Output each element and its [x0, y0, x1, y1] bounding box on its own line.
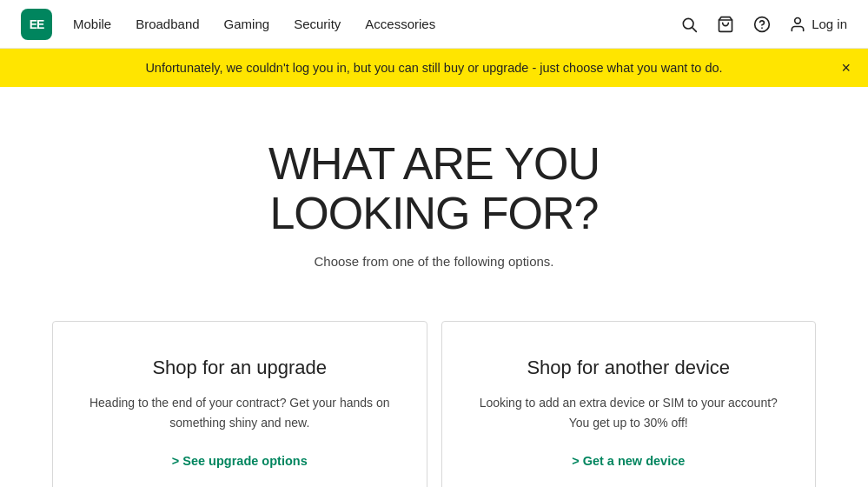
svg-line-1	[692, 28, 696, 31]
banner-message: Unfortunately, we couldn't log you in, b…	[145, 61, 722, 75]
upgrade-card: Shop for an upgrade Heading to the end o…	[52, 321, 427, 487]
logo-text: EE	[30, 17, 44, 31]
help-icon[interactable]	[752, 15, 772, 34]
svg-point-5	[795, 17, 801, 23]
svg-point-0	[683, 18, 693, 29]
nav-link-mobile[interactable]: Mobile	[73, 17, 111, 31]
nav-actions: Log in	[679, 15, 847, 34]
nav-link-gaming[interactable]: Gaming	[224, 17, 270, 31]
nav-links: Mobile Broadband Gaming Security Accesso…	[73, 17, 679, 31]
bag-icon[interactable]	[716, 15, 735, 34]
hero-section: WHAT ARE YOULOOKING FOR? Choose from one…	[0, 87, 868, 286]
new-device-card-title: Shop for another device	[477, 357, 781, 379]
login-label: Log in	[812, 17, 847, 31]
nav-link-accessories[interactable]: Accessories	[365, 17, 435, 31]
new-device-card-link[interactable]: > Get a new device	[572, 454, 685, 468]
new-device-card-desc: Looking to add an extra device or SIM to…	[477, 393, 781, 432]
login-button[interactable]: Log in	[789, 16, 847, 33]
notification-banner: Unfortunately, we couldn't log you in, b…	[0, 49, 868, 87]
upgrade-card-link[interactable]: > See upgrade options	[172, 454, 308, 468]
search-icon[interactable]	[679, 15, 699, 34]
nav-link-broadband[interactable]: Broadband	[136, 17, 199, 31]
upgrade-card-desc: Heading to the end of your contract? Get…	[88, 393, 392, 432]
hero-title: WHAT ARE YOULOOKING FOR?	[17, 139, 851, 238]
nav-link-security[interactable]: Security	[294, 17, 341, 31]
hero-subtitle: Choose from one of the following options…	[17, 254, 851, 269]
new-device-card: Shop for another device Looking to add a…	[441, 321, 817, 487]
main-nav: EE Mobile Broadband Gaming Security Acce…	[0, 0, 868, 49]
upgrade-card-title: Shop for an upgrade	[88, 357, 392, 379]
brand-logo[interactable]: EE	[21, 9, 52, 40]
cards-section: Shop for an upgrade Heading to the end o…	[0, 286, 868, 487]
banner-close-button[interactable]: ×	[841, 60, 851, 76]
